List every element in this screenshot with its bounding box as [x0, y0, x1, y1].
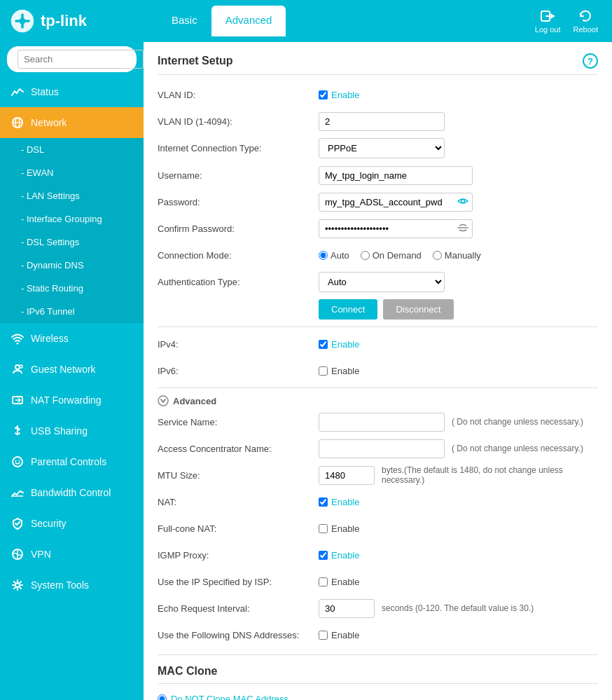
use-dns-enable-label[interactable]: Enable [319, 630, 359, 640]
logo: tp-link [0, 0, 144, 42]
nat-enable-label[interactable]: Enable [319, 497, 359, 507]
sidebar-item-bandwidth-control[interactable]: Bandwidth Control [0, 477, 144, 508]
sidebar-sub-lan[interactable]: - LAN Settings [0, 184, 144, 207]
mtu-size-input[interactable] [319, 466, 375, 485]
nat-control: Enable [319, 497, 598, 507]
password-control [319, 193, 598, 212]
logo-icon [10, 8, 35, 34]
tab-advanced[interactable]: Advanced [211, 6, 286, 36]
fullcone-nat-enable-label[interactable]: Enable [319, 523, 359, 534]
vlan-id-enable-label[interactable]: Enable [319, 90, 359, 100]
advanced-toggle[interactable]: Advanced [158, 395, 598, 406]
svg-point-9 [17, 343, 19, 345]
sidebar-item-usb-sharing[interactable]: USB Sharing [0, 416, 144, 446]
sidebar-item-nat-forwarding[interactable]: NAT Forwarding [0, 385, 144, 416]
sidebar-item-usb-label: USB Sharing [31, 425, 88, 437]
sidebar-item-wireless[interactable]: Wireless [0, 323, 144, 354]
radio-manually[interactable]: Manually [433, 250, 481, 261]
status-icon [11, 85, 24, 98]
ipv4-checkbox[interactable] [319, 340, 328, 349]
radio-on-demand[interactable]: On Demand [361, 250, 422, 261]
reboot-button[interactable]: Reboot [573, 8, 598, 34]
sidebar-item-network[interactable]: Network [0, 107, 144, 138]
search-input[interactable] [18, 50, 144, 69]
igmp-proxy-checkbox[interactable] [319, 551, 328, 560]
vlan-id-row: VLAN ID: Enable [158, 85, 598, 104]
sidebar: tp-link Status Network - DSL - EWAN - LA… [0, 0, 144, 700]
connection-mode-control: Auto On Demand Manually [319, 250, 598, 261]
igmp-proxy-row: IGMP Proxy: Enable [158, 545, 598, 565]
svg-rect-16 [15, 427, 17, 429]
sidebar-sub-static-routing[interactable]: - Static Routing [0, 277, 144, 300]
radio-manually-input[interactable] [433, 251, 442, 260]
nat-checkbox[interactable] [319, 497, 328, 507]
connection-mode-label: Connection Mode: [158, 250, 319, 261]
igmp-proxy-enable-label[interactable]: Enable [319, 550, 359, 561]
connection-type-select[interactable]: PPPoE DHCP Static IP [319, 138, 445, 158]
sidebar-item-vpn[interactable]: VPN [0, 539, 144, 570]
svg-rect-17 [18, 429, 20, 430]
sidebar-item-security[interactable]: Security [0, 508, 144, 539]
confirm-eye-icon[interactable] [457, 224, 468, 234]
logout-button[interactable]: Log out [535, 8, 561, 34]
search-bar[interactable] [7, 46, 137, 72]
sidebar-sub-interface-grouping[interactable]: - Interface Grouping [0, 207, 144, 231]
sidebar-item-system-tools-label: System Tools [31, 579, 89, 591]
sidebar-item-status[interactable]: Status [0, 76, 144, 107]
sidebar-item-guest-network[interactable]: Guest Network [0, 354, 144, 385]
sidebar-sub-dsl[interactable]: - DSL [0, 138, 144, 161]
buttons-row: Connect Disconnect [158, 299, 598, 320]
svg-point-19 [19, 460, 20, 462]
sidebar-item-parental-controls[interactable]: Parental Controls [0, 446, 144, 477]
vlan-id-input[interactable] [319, 112, 445, 131]
ipv6-control: Enable [319, 366, 598, 376]
echo-interval-row: Echo Request Interval: seconds (0-120. T… [158, 598, 598, 618]
use-dns-checkbox[interactable] [319, 631, 328, 640]
sidebar-item-nat-label: NAT Forwarding [31, 394, 102, 406]
echo-interval-label: Echo Request Interval: [158, 603, 319, 614]
mtu-size-label: MTU Size: [158, 470, 319, 481]
password-input[interactable] [319, 193, 473, 212]
service-name-input[interactable] [319, 413, 445, 432]
confirm-password-input[interactable] [319, 219, 473, 238]
mtu-size-control: bytes.(The default is 1480, do not chang… [319, 465, 598, 485]
tab-basic[interactable]: Basic [158, 6, 211, 36]
mac-radio-1[interactable] [158, 694, 167, 700]
sidebar-sub-ewan[interactable]: - EWAN [0, 161, 144, 184]
echo-interval-input[interactable] [319, 599, 375, 618]
fullcone-nat-checkbox[interactable] [319, 524, 328, 533]
radio-auto-input[interactable] [319, 251, 328, 260]
radio-ondemand-input[interactable] [361, 251, 370, 260]
connect-button[interactable]: Connect [319, 299, 377, 320]
sidebar-sub-ipv6-tunnel[interactable]: - IPv6 Tunnel [0, 300, 144, 323]
ipv6-enable-label[interactable]: Enable [319, 366, 359, 376]
vlan-id-value-control [319, 112, 598, 131]
use-dns-control: Enable [319, 630, 598, 640]
auth-type-select[interactable]: Auto PAP CHAP [319, 272, 445, 292]
sidebar-item-system-tools[interactable]: System Tools [0, 570, 144, 601]
use-ip-control: Enable [319, 577, 598, 587]
vlan-id-control: Enable [319, 90, 598, 100]
access-concentrator-input[interactable] [319, 439, 445, 458]
help-icon[interactable]: ? [583, 53, 598, 69]
svg-point-26 [461, 199, 465, 203]
ipv4-enable-label[interactable]: Enable [319, 339, 359, 350]
disconnect-button[interactable]: Disconnect [383, 299, 453, 320]
ipv6-label: IPv6: [158, 366, 319, 376]
confirm-password-label: Confirm Password: [158, 224, 319, 234]
svg-point-3 [20, 18, 26, 25]
ipv6-checkbox[interactable] [319, 366, 328, 376]
vlan-id-checkbox[interactable] [319, 90, 328, 99]
eye-icon[interactable] [457, 197, 468, 207]
use-ip-checkbox[interactable] [319, 577, 328, 586]
connection-type-control: PPPoE DHCP Static IP [319, 138, 598, 158]
use-ip-enable-label[interactable]: Enable [319, 577, 359, 587]
mac-option-do-not-clone[interactable]: Do NOT Clone MAC Address [158, 694, 598, 700]
sidebar-sub-dynamic-dns[interactable]: - Dynamic DNS [0, 254, 144, 277]
username-input[interactable] [319, 166, 473, 185]
radio-auto[interactable]: Auto [319, 250, 349, 261]
bandwidth-icon [11, 486, 24, 499]
mtu-size-row: MTU Size: bytes.(The default is 1480, do… [158, 465, 598, 485]
sidebar-sub-dsl-settings[interactable]: - DSL Settings [0, 231, 144, 254]
nat-row: NAT: Enable [158, 492, 598, 512]
